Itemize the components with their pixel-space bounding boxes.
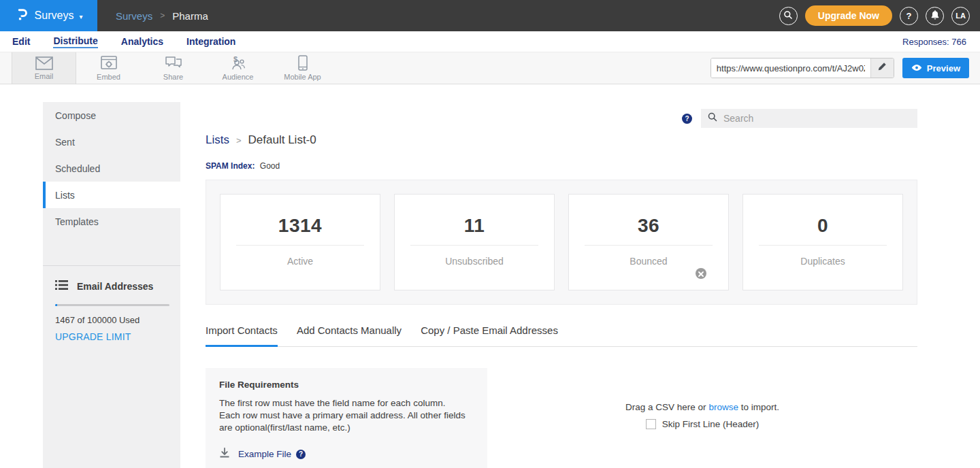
help-icon: ?: [906, 11, 912, 21]
stat-card-bounced: 36 Bounced: [568, 194, 729, 290]
audience-icon: $: [229, 56, 247, 71]
bell-icon: [930, 10, 940, 22]
email-usage-progressbar: [55, 304, 169, 306]
search-input[interactable]: [723, 113, 911, 124]
skip-first-line-row: Skip First Line (Header): [646, 419, 760, 429]
stats-panel: 1314 Active 11 Unsubscribed 36 Bounced: [206, 180, 917, 305]
dropzone-text: Drag a CSV here or browse to import.: [625, 402, 779, 412]
tab-import-contacts[interactable]: Import Contacts: [206, 324, 278, 347]
tool-label: Audience: [223, 73, 254, 81]
tool-label: Share: [163, 73, 183, 81]
dismiss-bounced-button[interactable]: [696, 268, 706, 279]
responses-count: Responses: 766: [902, 37, 966, 47]
breadcrumb-surveys-link[interactable]: Surveys: [116, 10, 152, 22]
csv-dropzone[interactable]: Drag a CSV here or browse to import. Ski…: [487, 368, 917, 468]
breadcrumb-lists-link[interactable]: Lists: [206, 133, 229, 147]
stat-divider: [759, 245, 886, 246]
stat-value: 1314: [220, 215, 380, 237]
list-breadcrumb: Lists > Default List-0: [206, 133, 917, 147]
tool-label: Mobile App: [284, 73, 321, 81]
distribute-toolbar: Email Embed: [0, 52, 980, 84]
stat-label: Duplicates: [743, 256, 902, 267]
edit-url-button[interactable]: [870, 58, 894, 78]
avatar-initials: LA: [956, 12, 966, 20]
top-header: Surveys ▾ Surveys > Pharma Upgrade Now ?: [0, 0, 980, 31]
tab-edit[interactable]: Edit: [12, 36, 30, 48]
stat-value: 0: [743, 215, 902, 237]
upgrade-limit-link[interactable]: UPGRADE LIMIT: [55, 331, 169, 342]
tab-analytics[interactable]: Analytics: [121, 36, 163, 48]
search-icon: [783, 10, 793, 22]
stat-divider: [585, 245, 712, 246]
stat-card-duplicates: 0 Duplicates: [742, 194, 903, 290]
skip-first-line-checkbox[interactable]: [646, 419, 656, 429]
page-body: Compose Sent Scheduled Lists Templates E…: [0, 84, 980, 468]
sidebar-item-templates[interactable]: Templates: [43, 208, 180, 235]
stat-value: 36: [569, 215, 728, 237]
sidebar-item-sent[interactable]: Sent: [43, 129, 180, 155]
search-button[interactable]: [779, 7, 798, 25]
svg-text:$: $: [233, 56, 238, 63]
email-icon: [35, 56, 53, 70]
help-button[interactable]: ?: [900, 7, 918, 25]
breadcrumb: Surveys > Pharma: [116, 10, 208, 22]
share-icon: [165, 56, 182, 71]
tab-distribute[interactable]: Distribute: [53, 35, 97, 48]
email-addresses-header: Email Addresses: [55, 280, 169, 293]
tool-label: Embed: [97, 73, 120, 81]
chevron-right-icon: >: [236, 135, 242, 146]
email-addresses-section: Email Addresses 1467 of 100000 Used UPGR…: [43, 266, 180, 342]
survey-url-group: [710, 58, 894, 78]
email-usage-text: 1467 of 100000 Used: [55, 315, 169, 325]
sidebar-item-scheduled[interactable]: Scheduled: [43, 155, 180, 182]
caret-down-icon: ▾: [79, 13, 82, 20]
product-switcher[interactable]: Surveys ▾: [0, 0, 97, 31]
stat-card-unsubscribed: 11 Unsubscribed: [394, 194, 555, 290]
stat-label: Active: [220, 256, 380, 267]
breadcrumb-survey-name: Pharma: [172, 10, 208, 22]
sidebar-item-compose[interactable]: Compose: [43, 102, 180, 129]
stat-divider: [410, 245, 538, 246]
mobile-phone-icon: [298, 55, 308, 71]
main-toprow: ?: [206, 109, 917, 128]
page-help-icon[interactable]: ?: [682, 114, 692, 124]
tool-mobile-app[interactable]: Mobile App: [270, 52, 335, 84]
spam-index-value: Good: [260, 161, 280, 171]
email-addresses-title: Email Addresses: [77, 281, 153, 292]
breadcrumb-list-name: Default List-0: [248, 133, 316, 147]
import-body: File Requirements The first row must hav…: [206, 368, 917, 468]
email-sidebar: Compose Sent Scheduled Lists Templates E…: [43, 102, 180, 468]
lists-main: ? Lists > Default List-0 SPAM Index: Goo…: [180, 102, 937, 468]
chevron-right-icon: >: [160, 11, 165, 20]
tool-audience[interactable]: $ Audience: [206, 52, 270, 84]
tool-share[interactable]: Share: [141, 52, 206, 84]
spam-index-label: SPAM Index:: [206, 161, 255, 171]
tab-integration[interactable]: Integration: [186, 36, 235, 48]
eye-icon: [911, 63, 922, 73]
survey-url-input[interactable]: [711, 58, 870, 78]
sidebar-item-lists[interactable]: Lists: [43, 182, 180, 208]
email-usage-progress-fill: [55, 304, 57, 306]
stat-divider: [236, 245, 363, 246]
tab-add-contacts-manually[interactable]: Add Contacts Manually: [297, 324, 402, 346]
notifications-button[interactable]: [926, 7, 944, 25]
import-tabs: Import Contacts Add Contacts Manually Co…: [206, 324, 917, 347]
skip-first-line-label: Skip First Line (Header): [662, 419, 760, 429]
stat-label: Bounced: [569, 256, 728, 267]
avatar[interactable]: LA: [951, 7, 970, 25]
file-requirements-title: File Requirements: [219, 380, 474, 390]
stat-card-active: 1314 Active: [220, 194, 380, 290]
download-icon[interactable]: [219, 448, 230, 461]
example-file-link[interactable]: Example File: [238, 449, 291, 459]
dropzone-text-before: Drag a CSV here or: [625, 402, 708, 412]
product-name: Surveys: [35, 10, 74, 22]
questionpro-logo-icon: [15, 7, 29, 24]
preview-button[interactable]: Preview: [902, 58, 969, 78]
tool-email[interactable]: Email: [12, 52, 76, 84]
upgrade-now-button[interactable]: Upgrade Now: [805, 5, 892, 26]
tool-embed[interactable]: Embed: [76, 52, 141, 84]
toolbar-right: Preview: [710, 52, 980, 84]
example-file-help-icon[interactable]: ?: [296, 450, 306, 459]
tab-copy-paste-emails[interactable]: Copy / Paste Email Addresses: [421, 324, 558, 346]
browse-link[interactable]: browse: [708, 402, 738, 412]
